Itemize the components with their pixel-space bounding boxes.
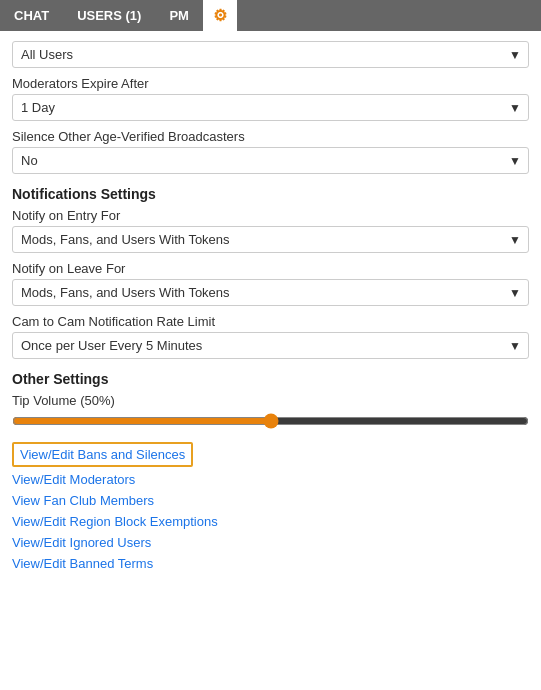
notify-leave-label: Notify on Leave For [12, 261, 529, 276]
notify-entry-field: Notify on Entry For Mods, Fans, and User… [12, 208, 529, 253]
moderators-expire-field: Moderators Expire After 1 Day 7 Days 30 … [12, 76, 529, 121]
silence-broadcasters-label: Silence Other Age-Verified Broadcasters [12, 129, 529, 144]
allow-users-select[interactable]: All Users Followers Only Fans Only [12, 41, 529, 68]
other-section-title: Other Settings [12, 371, 529, 387]
link-region-block[interactable]: View/Edit Region Block Exemptions [12, 511, 529, 532]
allow-users-select-wrapper: All Users Followers Only Fans Only ▼ [12, 41, 529, 68]
moderators-expire-select[interactable]: 1 Day 7 Days 30 Days Never [12, 94, 529, 121]
cam-rate-field: Cam to Cam Notification Rate Limit Once … [12, 314, 529, 359]
notify-entry-label: Notify on Entry For [12, 208, 529, 223]
notify-leave-field: Notify on Leave For Mods, Fans, and User… [12, 261, 529, 306]
silence-broadcasters-select-wrapper: No Yes ▼ [12, 147, 529, 174]
moderators-expire-select-wrapper: 1 Day 7 Days 30 Days Never ▼ [12, 94, 529, 121]
link-list: View/Edit Bans and Silences View/Edit Mo… [12, 442, 529, 574]
tab-chat[interactable]: CHAT [0, 0, 63, 31]
notify-leave-select-wrapper: Mods, Fans, and Users With Tokens Everyo… [12, 279, 529, 306]
tab-bar: CHAT USERS (1) PM ⚙ [0, 0, 541, 31]
tip-volume-container: Tip Volume (50%) [12, 393, 529, 432]
link-fan-club[interactable]: View Fan Club Members [12, 490, 529, 511]
notifications-section-title: Notifications Settings [12, 186, 529, 202]
cam-rate-label: Cam to Cam Notification Rate Limit [12, 314, 529, 329]
gear-icon: ⚙ [213, 6, 227, 25]
cam-rate-select-wrapper: Once per User Every 5 Minutes Once per U… [12, 332, 529, 359]
silence-broadcasters-field: Silence Other Age-Verified Broadcasters … [12, 129, 529, 174]
link-ignored[interactable]: View/Edit Ignored Users [12, 532, 529, 553]
tip-volume-label: Tip Volume (50%) [12, 393, 529, 408]
link-moderators[interactable]: View/Edit Moderators [12, 469, 529, 490]
silence-broadcasters-select[interactable]: No Yes [12, 147, 529, 174]
cam-rate-select[interactable]: Once per User Every 5 Minutes Once per U… [12, 332, 529, 359]
link-bans[interactable]: View/Edit Bans and Silences [12, 442, 193, 467]
settings-content: All Users Followers Only Fans Only ▼ Mod… [0, 31, 541, 584]
notify-leave-select[interactable]: Mods, Fans, and Users With Tokens Everyo… [12, 279, 529, 306]
tip-volume-slider[interactable] [12, 413, 529, 429]
link-banned-terms[interactable]: View/Edit Banned Terms [12, 553, 529, 574]
notify-entry-select[interactable]: Mods, Fans, and Users With Tokens Everyo… [12, 226, 529, 253]
allow-users-field: All Users Followers Only Fans Only ▼ [12, 41, 529, 68]
tab-gear[interactable]: ⚙ [203, 0, 237, 31]
notify-entry-select-wrapper: Mods, Fans, and Users With Tokens Everyo… [12, 226, 529, 253]
tab-pm[interactable]: PM [155, 0, 203, 31]
moderators-expire-label: Moderators Expire After [12, 76, 529, 91]
tab-users[interactable]: USERS (1) [63, 0, 155, 31]
